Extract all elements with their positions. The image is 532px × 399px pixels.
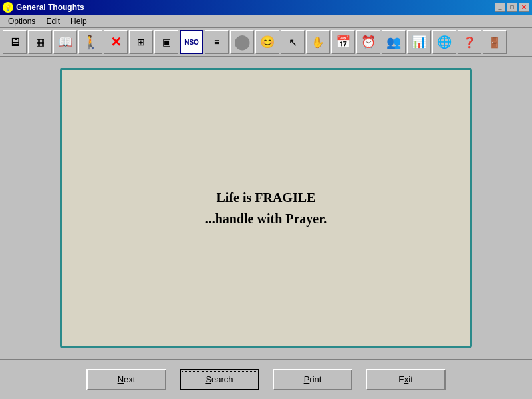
lines-icon[interactable]: ≡ xyxy=(205,30,229,54)
hand-icon[interactable]: ✋ xyxy=(306,30,330,54)
window-controls: _ □ ✕ xyxy=(495,3,529,12)
menu-options[interactable]: Options xyxy=(3,15,41,27)
quote-container: Life is FRAGILE ...handle with Prayer. xyxy=(205,187,327,229)
close-button[interactable]: ✕ xyxy=(519,3,529,12)
search-button[interactable]: Search xyxy=(180,369,259,390)
menu-bar: Options Edit Help xyxy=(0,15,532,28)
quote-card: Life is FRAGILE ...handle with Prayer. xyxy=(60,68,472,348)
help-icon[interactable]: ❓ xyxy=(458,30,481,54)
main-content: Life is FRAGILE ...handle with Prayer. xyxy=(0,57,532,359)
calendar-icon[interactable]: 📅 xyxy=(331,30,355,54)
minimize-button[interactable]: _ xyxy=(495,3,505,12)
menu-help[interactable]: Help xyxy=(65,15,92,27)
smiley-icon[interactable]: 😊 xyxy=(255,30,279,54)
menu-edit[interactable]: Edit xyxy=(41,15,65,27)
clock-icon[interactable]: ⏰ xyxy=(356,30,380,54)
people-icon[interactable]: 👥 xyxy=(382,30,406,54)
toolbar: 🖥 ▦ 📖 🚶 ✕ ⊞ ▣ NSO ≡ ⬤ 😊 ↖ ✋ 📅 ⏰ 👥 📊 🌐 ❓ … xyxy=(0,28,532,57)
next-button[interactable]: Next xyxy=(86,369,166,390)
table-icon[interactable]: ⊞ xyxy=(129,30,153,54)
grid-icon[interactable]: ▦ xyxy=(28,30,52,54)
quote-line1: Life is FRAGILE xyxy=(205,187,327,208)
back-icon[interactable]: 🚪 xyxy=(483,30,507,54)
nso-icon[interactable]: NSO xyxy=(180,30,203,54)
quote-line2: ...handle with Prayer. xyxy=(205,208,327,229)
cursor-icon[interactable]: ↖ xyxy=(281,30,305,54)
person-icon[interactable]: 🚶 xyxy=(78,30,102,54)
book-icon[interactable]: 📖 xyxy=(53,30,77,54)
title-bar: 💡 General Thoughts _ □ ✕ xyxy=(0,0,532,15)
maximize-button[interactable]: □ xyxy=(507,3,517,12)
close-x-icon[interactable]: ✕ xyxy=(104,30,128,54)
window-title: General Thoughts xyxy=(16,3,495,12)
circle-icon[interactable]: ⬤ xyxy=(230,30,254,54)
globe-icon[interactable]: 🌐 xyxy=(432,30,456,54)
chart-icon[interactable]: 📊 xyxy=(407,30,431,54)
monitor-icon[interactable]: 🖥 xyxy=(3,30,27,54)
print-button[interactable]: Print xyxy=(273,369,352,390)
app-icon: 💡 xyxy=(3,2,13,13)
bottom-bar: Next Search Print Exit xyxy=(0,359,532,399)
exit-button[interactable]: Exit xyxy=(366,369,446,390)
window-icon[interactable]: ▣ xyxy=(154,30,178,54)
app-window: 💡 General Thoughts _ □ ✕ Options Edit He… xyxy=(0,0,532,399)
